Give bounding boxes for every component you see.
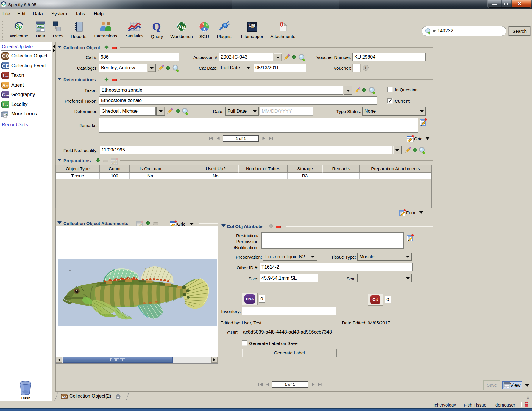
svg-text:....: .... (505, 384, 507, 387)
svg-text:i: i (365, 66, 366, 70)
